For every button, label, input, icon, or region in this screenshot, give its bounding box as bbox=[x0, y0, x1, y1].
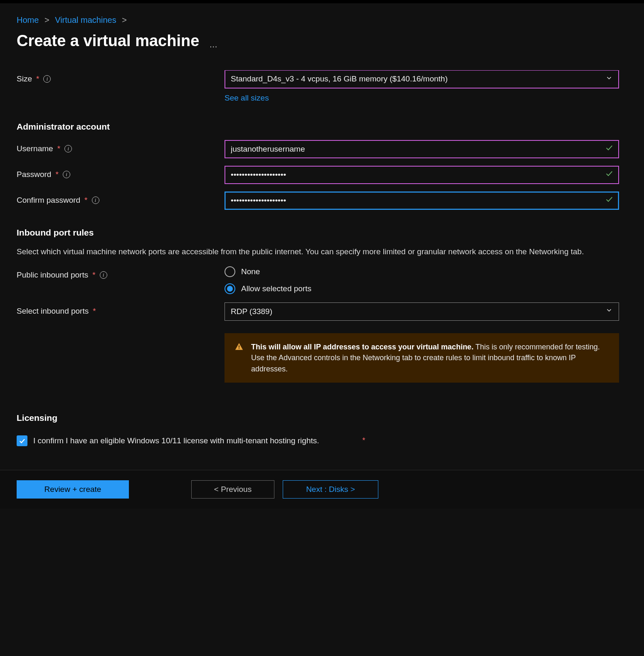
breadcrumb: Home > Virtual machines > bbox=[17, 14, 627, 26]
warning-icon bbox=[234, 342, 244, 354]
required-asterisk: * bbox=[84, 195, 87, 206]
required-asterisk: * bbox=[92, 270, 95, 281]
radio-label: Allow selected ports bbox=[241, 283, 311, 295]
page-content: Home > Virtual machines > Create a virtu… bbox=[0, 3, 644, 447]
required-asterisk: * bbox=[55, 169, 58, 180]
password-input-wrapper bbox=[225, 166, 619, 184]
label-text: Size bbox=[17, 74, 32, 85]
svg-rect-1 bbox=[239, 349, 239, 349]
info-icon[interactable]: i bbox=[63, 171, 70, 178]
breadcrumb-sep: > bbox=[44, 15, 49, 25]
wizard-footer: Review + create < Previous Next : Disks … bbox=[0, 470, 644, 509]
control-size: Standard_D4s_v3 - 4 vcpus, 16 GiB memory… bbox=[225, 70, 619, 104]
svg-rect-0 bbox=[239, 346, 239, 348]
warning-bold: This will allow all IP addresses to acce… bbox=[251, 343, 474, 351]
label-password: Password * i bbox=[17, 166, 225, 180]
label-text: Select inbound ports bbox=[17, 306, 89, 317]
section-heading-ports: Inbound port rules bbox=[17, 226, 619, 238]
control-public-ports: None Allow selected ports bbox=[225, 266, 619, 294]
row-public-ports: Public inbound ports * i None Allow sele… bbox=[17, 266, 619, 294]
select-value: RDP (3389) bbox=[231, 306, 272, 317]
public-ports-radio-group: None Allow selected ports bbox=[225, 266, 619, 294]
label-username: Username * i bbox=[17, 140, 225, 155]
section-heading-licensing: Licensing bbox=[17, 412, 619, 424]
section-desc-ports: Select which virtual machine network por… bbox=[17, 246, 607, 258]
radio-dot-icon bbox=[227, 286, 233, 292]
username-input-wrapper bbox=[225, 140, 619, 158]
form: Size * i Standard_D4s_v3 - 4 vcpus, 16 G… bbox=[17, 70, 627, 446]
required-asterisk: * bbox=[93, 306, 96, 317]
control-select-ports: RDP (3389) This will allow all IP addres… bbox=[225, 302, 619, 382]
label-size: Size * i bbox=[17, 70, 225, 85]
required-asterisk: * bbox=[57, 143, 60, 155]
page-title: Create a virtual machine bbox=[17, 30, 199, 52]
licensing-checkbox-label: I confirm I have an eligible Windows 10/… bbox=[33, 435, 319, 447]
previous-button[interactable]: < Previous bbox=[191, 480, 274, 499]
radio-circle-icon bbox=[225, 266, 235, 277]
label-confirm-password: Confirm password * i bbox=[17, 192, 225, 206]
radio-label: None bbox=[241, 266, 260, 278]
info-icon[interactable]: i bbox=[92, 197, 99, 204]
breadcrumb-vms[interactable]: Virtual machines bbox=[55, 15, 116, 25]
size-value: Standard_D4s_v3 - 4 vcpus, 16 GiB memory… bbox=[231, 74, 448, 85]
row-licensing-confirm: I confirm I have an eligible Windows 10/… bbox=[17, 435, 619, 447]
review-create-button[interactable]: Review + create bbox=[17, 480, 129, 499]
label-text: Password bbox=[17, 169, 51, 180]
see-all-sizes-link[interactable]: See all sizes bbox=[225, 93, 269, 104]
row-confirm-password: Confirm password * i bbox=[17, 192, 619, 210]
radio-allow-selected[interactable]: Allow selected ports bbox=[225, 283, 619, 295]
chevron-down-icon bbox=[605, 74, 613, 85]
confirm-password-input-wrapper bbox=[225, 192, 619, 210]
check-icon bbox=[605, 194, 614, 207]
size-select[interactable]: Standard_D4s_v3 - 4 vcpus, 16 GiB memory… bbox=[225, 70, 619, 88]
password-input[interactable] bbox=[231, 166, 600, 184]
warning-text: This will allow all IP addresses to acce… bbox=[251, 342, 609, 374]
row-password: Password * i bbox=[17, 166, 619, 184]
control-username bbox=[225, 140, 619, 158]
control-password bbox=[225, 166, 619, 184]
radio-circle-icon bbox=[225, 283, 235, 294]
confirm-password-input[interactable] bbox=[231, 192, 600, 209]
radio-none[interactable]: None bbox=[225, 266, 619, 278]
label-select-ports: Select inbound ports * bbox=[17, 302, 225, 317]
row-size: Size * i Standard_D4s_v3 - 4 vcpus, 16 G… bbox=[17, 70, 619, 104]
chevron-down-icon bbox=[605, 306, 613, 317]
check-icon bbox=[605, 143, 614, 155]
row-username: Username * i bbox=[17, 140, 619, 158]
more-actions-button[interactable]: … bbox=[209, 39, 218, 52]
section-heading-admin: Administrator account bbox=[17, 120, 619, 133]
info-icon[interactable]: i bbox=[100, 271, 107, 279]
row-select-ports: Select inbound ports * RDP (3389) This w… bbox=[17, 302, 619, 382]
licensing-checkbox[interactable] bbox=[17, 435, 27, 446]
label-public-ports: Public inbound ports * i bbox=[17, 266, 225, 281]
inbound-ports-select[interactable]: RDP (3389) bbox=[225, 302, 619, 321]
info-icon[interactable]: i bbox=[43, 75, 51, 83]
breadcrumb-home[interactable]: Home bbox=[17, 15, 39, 25]
next-button[interactable]: Next : Disks > bbox=[283, 480, 378, 499]
label-text: Username bbox=[17, 143, 53, 155]
label-text: Confirm password bbox=[17, 195, 80, 206]
required-asterisk: * bbox=[363, 435, 365, 446]
page-title-row: Create a virtual machine … bbox=[17, 30, 627, 52]
breadcrumb-sep: > bbox=[122, 15, 127, 25]
username-input[interactable] bbox=[231, 140, 600, 158]
top-strip bbox=[0, 0, 644, 3]
check-icon bbox=[605, 169, 614, 181]
control-confirm-password bbox=[225, 192, 619, 210]
label-text: Public inbound ports bbox=[17, 270, 88, 281]
info-icon[interactable]: i bbox=[64, 145, 72, 152]
required-asterisk: * bbox=[36, 74, 39, 85]
port-warning-banner: This will allow all IP addresses to acce… bbox=[225, 333, 619, 382]
